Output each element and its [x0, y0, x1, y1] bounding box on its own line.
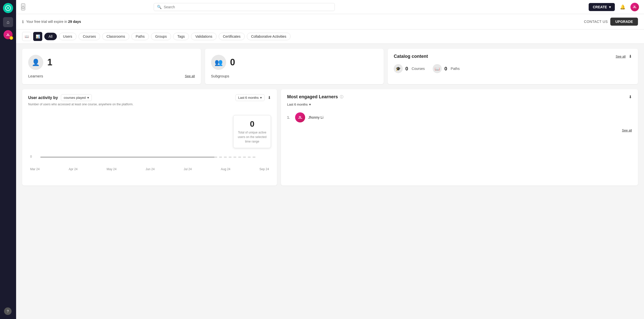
learner-rank: 1.	[287, 115, 292, 119]
filter-chart-icon-btn[interactable]: 📊	[33, 32, 42, 41]
search-input[interactable]	[164, 5, 332, 9]
page-content: ℹ Your free trial will expire in 29 days…	[16, 14, 644, 319]
filter-tab-courses[interactable]: Courses	[78, 33, 100, 40]
learners-count: 1	[47, 57, 52, 68]
activity-download-button[interactable]: ⬇	[268, 95, 271, 100]
chart-tooltip-text: Total of unique active users on the sele…	[237, 130, 267, 144]
learners-see-all-button[interactable]: See all	[185, 74, 195, 78]
engaged-date-arrow: ▾	[309, 103, 311, 106]
chart-label-apr: Apr 24	[69, 167, 77, 171]
activity-subtitle: Number of users who accessed at least on…	[28, 103, 271, 106]
activity-date-selector[interactable]: Last 6 months ▾	[235, 94, 265, 101]
chart-label-jul: Jul 24	[184, 167, 192, 171]
learners-card: 👤 1 Learners See all	[22, 49, 201, 84]
upgrade-button[interactable]: UPGRADE	[610, 18, 638, 26]
chart-x-labels: Mar 24 Apr 24 May 24 Jun 24 Jul 24 Aug 2…	[28, 165, 271, 171]
info-icon: ℹ	[22, 19, 24, 24]
engaged-date-selector[interactable]: Last 6 months ▾	[287, 103, 632, 106]
activity-header: User activity by courses played ▾ Last 6…	[28, 94, 271, 101]
chart-label-mar: Mar 24	[30, 167, 39, 171]
engaged-card: Most engaged Learners ⓘ ⬇ Last 6 months …	[281, 89, 638, 186]
search-icon: 🔍	[157, 5, 162, 9]
trial-banner: ℹ Your free trial will expire in 29 days…	[16, 14, 644, 29]
learner-avatar: JL	[295, 112, 305, 122]
subgroups-card-bottom: Subgroups	[211, 74, 378, 78]
sidebar-item-m[interactable]: JL ⭐	[3, 29, 13, 39]
filter-tab-validations[interactable]: Validations	[191, 33, 216, 40]
filter-tab-all[interactable]: All	[44, 33, 57, 40]
sidebar-user-avatar[interactable]: JL ⭐	[4, 30, 13, 39]
contact-us-button[interactable]: CONTACT US	[584, 20, 608, 24]
help-button[interactable]: ?	[4, 307, 12, 315]
learners-avatar: 👤	[28, 55, 43, 70]
search-bar: 🔍	[154, 3, 335, 11]
engaged-see-all-button[interactable]: See all	[622, 128, 632, 132]
learner-row: 1. JL Jhonny Li	[287, 110, 632, 124]
catalog-courses-item: 🎓 0 Courses	[394, 64, 425, 73]
filter-tab-users[interactable]: Users	[59, 33, 77, 40]
learner-name: Jhonny Li	[308, 115, 323, 119]
filter-tab-paths[interactable]: Paths	[131, 33, 149, 40]
catalog-paths-count: 0	[444, 66, 447, 72]
create-dropdown-icon: ▾	[609, 5, 611, 9]
subgroups-avatar: 👥	[211, 55, 226, 70]
activity-card: User activity by courses played ▾ Last 6…	[22, 89, 277, 186]
app-logo[interactable]	[3, 3, 13, 13]
create-button[interactable]: CREATE ▾	[589, 3, 615, 11]
engaged-download-button[interactable]: ⬇	[629, 95, 632, 99]
help-circle-icon[interactable]: ⓘ	[340, 95, 343, 99]
engaged-header: Most engaged Learners ⓘ ⬇	[287, 94, 632, 100]
catalog-title: Catalog content	[394, 54, 428, 59]
subgroups-label: Subgroups	[211, 74, 229, 78]
activity-selector-label: courses played	[64, 96, 86, 100]
chart-wrapper: 0 0 Total of unique active users on the …	[28, 110, 271, 180]
chart-label-may: May 24	[107, 167, 116, 171]
catalog-items: 🎓 0 Courses 📖 0 Paths	[394, 64, 632, 73]
engaged-title: Most engaged Learners	[287, 94, 338, 100]
group-icon: 👥	[215, 59, 223, 66]
catalog-paths-label: Paths	[451, 67, 460, 71]
notification-button[interactable]: 🔔	[618, 3, 627, 11]
stat-cards-container: 👤 1 Learners See all 👥 0 Su	[16, 44, 644, 89]
learners-card-bottom: Learners See all	[28, 74, 195, 78]
topbar: ⌂ 🔍 CREATE ▾ 🔔 JL	[16, 0, 644, 14]
filter-book-icon-btn[interactable]: 📖	[22, 32, 31, 41]
activity-date-label: Last 6 months	[238, 96, 259, 100]
catalog-courses-label: Courses	[412, 67, 425, 71]
filter-tab-groups[interactable]: Groups	[151, 33, 171, 40]
chart-label-sep: Sep 24	[259, 167, 269, 171]
chart-label-jun: Jun 24	[146, 167, 155, 171]
catalog-see-all-button[interactable]: See all	[616, 55, 626, 58]
home-button[interactable]: ⌂	[21, 4, 25, 10]
activity-selector[interactable]: courses played ▾	[61, 94, 92, 101]
filter-tab-classrooms[interactable]: Classrooms	[102, 33, 129, 40]
home-icon: ⌂	[7, 20, 10, 25]
filter-tab-certificates[interactable]: Certificates	[219, 33, 245, 40]
sidebar: ⌂ JL ⭐	[0, 0, 16, 319]
subgroups-card-top: 👥 0	[211, 55, 378, 70]
catalog-courses-count: 0	[405, 66, 408, 72]
engaged-footer: See all	[287, 128, 632, 132]
learners-card-top: 👤 1	[28, 55, 195, 70]
notification-icon: 🔔	[620, 5, 625, 10]
subgroups-count: 0	[230, 57, 235, 68]
activity-title: User activity by	[28, 96, 58, 100]
sidebar-item-home[interactable]: ⌂	[3, 17, 13, 27]
bottom-cards: User activity by courses played ▾ Last 6…	[16, 89, 644, 191]
filter-tab-tags[interactable]: Tags	[173, 33, 189, 40]
catalog-courses-icon: 🎓	[394, 64, 403, 73]
learners-label: Learners	[28, 74, 43, 78]
activity-date-arrow: ▾	[260, 96, 262, 100]
activity-selector-arrow: ▾	[87, 96, 89, 100]
user-avatar-top[interactable]: JL	[630, 3, 639, 11]
filter-tab-collaborative-activities[interactable]: Collaborative Activities	[247, 33, 291, 40]
avatar-badge: ⭐	[10, 36, 13, 40]
chart-icon: 📊	[36, 34, 40, 38]
chart-tooltip-value: 0	[237, 119, 267, 129]
catalog-download-button[interactable]: ⬇	[629, 54, 632, 59]
chart-label-aug: Aug 24	[221, 167, 230, 171]
main-content: ⌂ 🔍 CREATE ▾ 🔔 JL ℹ Your free trial will…	[16, 0, 644, 319]
filter-tabs: 📖 📊 All Users Courses Classrooms Paths G…	[16, 29, 644, 44]
catalog-card: Catalog content See all ⬇ 🎓 0 Courses 📖 …	[388, 49, 638, 84]
catalog-paths-item: 📖 0 Paths	[433, 64, 460, 73]
